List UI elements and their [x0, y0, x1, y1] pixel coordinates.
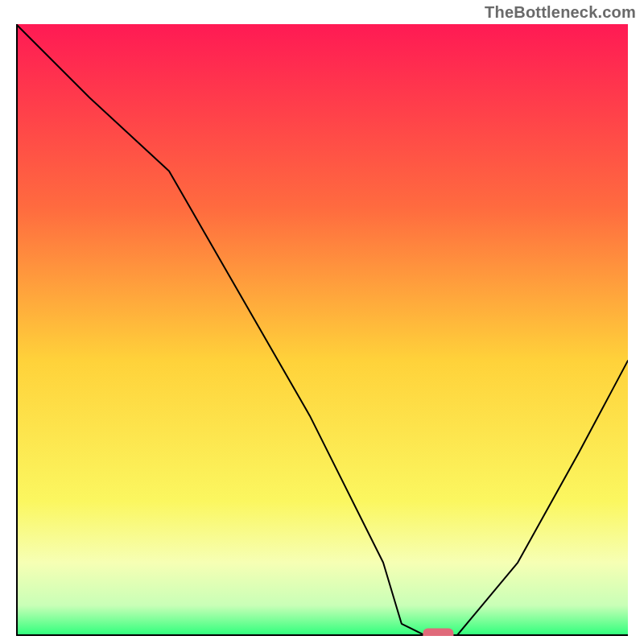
- gradient-background: [16, 24, 628, 636]
- watermark-text: TheBottleneck.com: [485, 3, 636, 22]
- plot-frame: [16, 24, 628, 636]
- optimal-marker: [423, 628, 453, 636]
- chart-container: TheBottleneck.com: [0, 0, 644, 644]
- bottleneck-chart: [16, 24, 628, 636]
